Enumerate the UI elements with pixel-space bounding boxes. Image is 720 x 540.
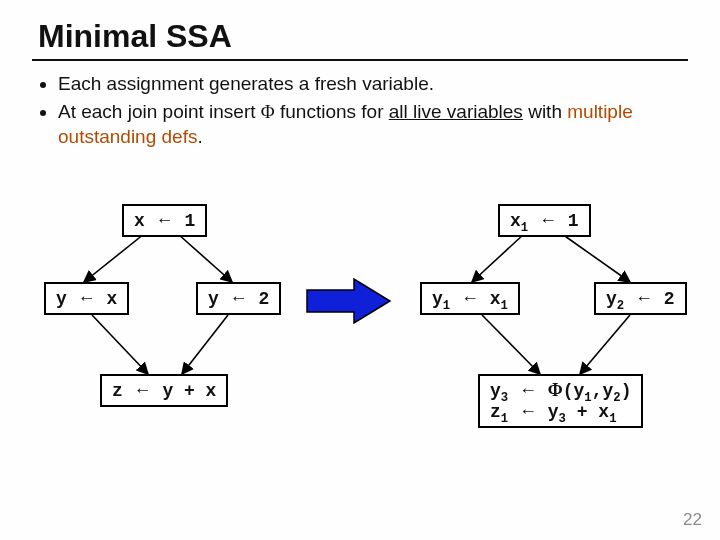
bullet-item: Each assignment generates a fresh variab…	[58, 71, 688, 97]
cfg-node: x ← 1	[122, 204, 207, 237]
cfg-node: y3 ← Φ(y1,y2) z1 ← y3 + x1	[478, 374, 643, 428]
slide-title: Minimal SSA	[38, 18, 688, 55]
slide-number: 22	[683, 510, 702, 530]
svg-line-3	[182, 315, 228, 374]
text-fragment: At each join point insert	[58, 101, 261, 122]
phi-symbol: Φ	[261, 101, 275, 122]
cfg-node: y ← 2	[196, 282, 281, 315]
svg-line-4	[472, 234, 524, 282]
text-fragment: functions for	[275, 101, 389, 122]
svg-line-2	[92, 315, 148, 374]
cfg-node: z ← y + x	[100, 374, 228, 407]
text-fragment: .	[197, 126, 202, 147]
text-fragment: with	[523, 101, 567, 122]
cfg-node: x1 ← 1	[498, 204, 591, 237]
cfg-node: y2 ← 2	[594, 282, 687, 315]
title-underline	[32, 59, 688, 61]
svg-marker-8	[307, 279, 390, 323]
transform-arrow-icon	[306, 278, 392, 324]
diagram-edges	[0, 200, 720, 500]
svg-line-0	[84, 234, 144, 282]
diagram-area: x ← 1 y ← x y ← 2 z ← y + x x1 ← 1 y1 ← …	[0, 200, 720, 500]
svg-line-1	[178, 234, 232, 282]
text-underline: all live variables	[389, 101, 523, 122]
svg-line-7	[580, 315, 630, 374]
svg-line-6	[482, 315, 540, 374]
cfg-node: y ← x	[44, 282, 129, 315]
bullet-item: At each join point insert Φ functions fo…	[58, 99, 688, 150]
slide: Minimal SSA Each assignment generates a …	[0, 0, 720, 540]
cfg-node: y1 ← x1	[420, 282, 520, 315]
svg-line-5	[562, 234, 630, 282]
bullet-list: Each assignment generates a fresh variab…	[32, 71, 688, 150]
